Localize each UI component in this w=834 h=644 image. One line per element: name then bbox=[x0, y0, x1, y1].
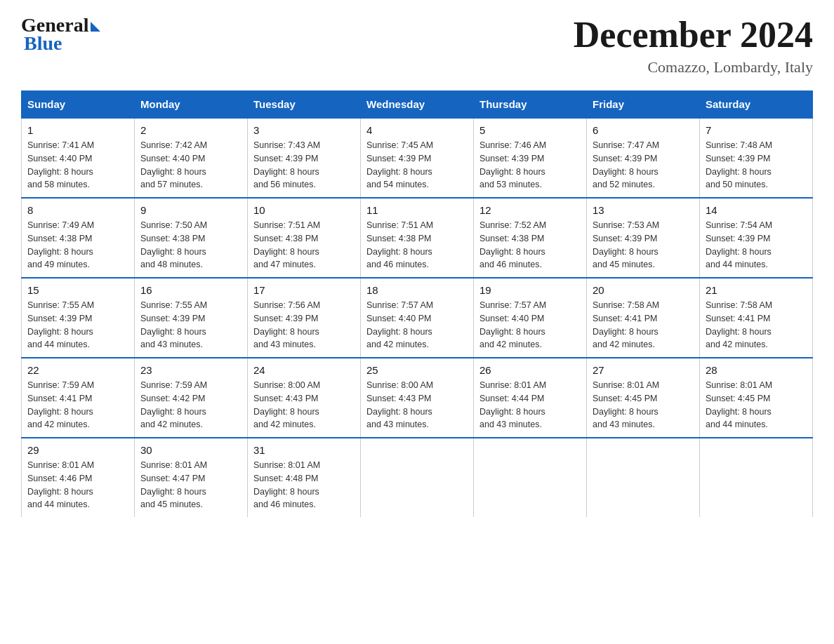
day-number: 20 bbox=[593, 284, 694, 296]
day-number: 10 bbox=[253, 204, 355, 216]
calendar-cell: 24 Sunrise: 8:00 AMSunset: 4:43 PMDaylig… bbox=[248, 358, 361, 438]
month-title: December 2024 bbox=[574, 14, 813, 55]
day-number: 4 bbox=[366, 124, 468, 136]
calendar-header-wednesday: Wednesday bbox=[361, 91, 474, 119]
day-info: Sunrise: 7:53 AMSunset: 4:39 PMDaylight:… bbox=[593, 219, 694, 271]
calendar-cell: 1 Sunrise: 7:41 AMSunset: 4:40 PMDayligh… bbox=[22, 118, 135, 198]
day-number: 27 bbox=[593, 364, 694, 376]
day-info: Sunrise: 8:00 AMSunset: 4:43 PMDaylight:… bbox=[253, 379, 355, 431]
day-number: 12 bbox=[479, 204, 581, 216]
day-number: 28 bbox=[706, 364, 807, 376]
day-number: 14 bbox=[706, 204, 807, 216]
day-info: Sunrise: 7:41 AMSunset: 4:40 PMDaylight:… bbox=[27, 139, 128, 192]
day-info: Sunrise: 7:48 AMSunset: 4:39 PMDaylight:… bbox=[706, 139, 807, 192]
day-info: Sunrise: 7:50 AMSunset: 4:38 PMDaylight:… bbox=[140, 219, 241, 271]
calendar-header-saturday: Saturday bbox=[700, 91, 813, 119]
day-info: Sunrise: 8:01 AMSunset: 4:48 PMDaylight:… bbox=[253, 459, 355, 511]
day-info: Sunrise: 7:49 AMSunset: 4:38 PMDaylight:… bbox=[27, 219, 128, 271]
calendar-header-sunday: Sunday bbox=[22, 91, 135, 119]
day-number: 6 bbox=[593, 124, 694, 136]
calendar-cell bbox=[587, 438, 700, 517]
day-number: 8 bbox=[27, 204, 128, 216]
day-number: 13 bbox=[593, 204, 694, 216]
calendar-header-monday: Monday bbox=[135, 91, 248, 119]
calendar-header-row: SundayMondayTuesdayWednesdayThursdayFrid… bbox=[22, 91, 813, 119]
day-number: 22 bbox=[27, 364, 128, 376]
day-number: 26 bbox=[479, 364, 581, 376]
calendar-cell: 3 Sunrise: 7:43 AMSunset: 4:39 PMDayligh… bbox=[248, 118, 361, 198]
day-info: Sunrise: 7:51 AMSunset: 4:38 PMDaylight:… bbox=[366, 219, 468, 271]
calendar-cell: 7 Sunrise: 7:48 AMSunset: 4:39 PMDayligh… bbox=[700, 118, 813, 198]
day-number: 25 bbox=[366, 364, 468, 376]
day-info: Sunrise: 7:59 AMSunset: 4:42 PMDaylight:… bbox=[140, 379, 241, 431]
day-number: 1 bbox=[27, 124, 128, 136]
day-number: 16 bbox=[140, 284, 241, 296]
day-info: Sunrise: 8:01 AMSunset: 4:45 PMDaylight:… bbox=[706, 379, 807, 431]
day-info: Sunrise: 7:47 AMSunset: 4:39 PMDaylight:… bbox=[593, 139, 694, 192]
calendar-cell: 12 Sunrise: 7:52 AMSunset: 4:38 PMDaylig… bbox=[474, 198, 587, 278]
calendar-cell: 21 Sunrise: 7:58 AMSunset: 4:41 PMDaylig… bbox=[700, 278, 813, 358]
calendar-cell: 17 Sunrise: 7:56 AMSunset: 4:39 PMDaylig… bbox=[248, 278, 361, 358]
day-info: Sunrise: 8:01 AMSunset: 4:46 PMDaylight:… bbox=[27, 459, 128, 511]
calendar-cell: 31 Sunrise: 8:01 AMSunset: 4:48 PMDaylig… bbox=[248, 438, 361, 517]
calendar-week-row-3: 15 Sunrise: 7:55 AMSunset: 4:39 PMDaylig… bbox=[22, 278, 813, 358]
title-block: December 2024 Comazzo, Lombardy, Italy bbox=[574, 14, 813, 76]
day-info: Sunrise: 7:45 AMSunset: 4:39 PMDaylight:… bbox=[366, 139, 468, 192]
day-number: 5 bbox=[479, 124, 581, 136]
calendar-header-thursday: Thursday bbox=[474, 91, 587, 119]
calendar-week-row-1: 1 Sunrise: 7:41 AMSunset: 4:40 PMDayligh… bbox=[22, 118, 813, 198]
calendar-table: SundayMondayTuesdayWednesdayThursdayFrid… bbox=[21, 90, 813, 517]
calendar-cell bbox=[361, 438, 474, 517]
calendar-cell: 15 Sunrise: 7:55 AMSunset: 4:39 PMDaylig… bbox=[22, 278, 135, 358]
day-info: Sunrise: 8:01 AMSunset: 4:44 PMDaylight:… bbox=[479, 379, 581, 431]
logo-triangle-icon bbox=[91, 22, 100, 32]
day-number: 18 bbox=[366, 284, 468, 296]
day-number: 11 bbox=[366, 204, 468, 216]
day-info: Sunrise: 7:57 AMSunset: 4:40 PMDaylight:… bbox=[366, 299, 468, 351]
day-info: Sunrise: 7:51 AMSunset: 4:38 PMDaylight:… bbox=[253, 219, 355, 271]
calendar-cell: 11 Sunrise: 7:51 AMSunset: 4:38 PMDaylig… bbox=[361, 198, 474, 278]
day-info: Sunrise: 7:55 AMSunset: 4:39 PMDaylight:… bbox=[140, 299, 241, 351]
day-number: 17 bbox=[253, 284, 355, 296]
day-number: 24 bbox=[253, 364, 355, 376]
calendar-header-friday: Friday bbox=[587, 91, 700, 119]
day-info: Sunrise: 7:42 AMSunset: 4:40 PMDaylight:… bbox=[140, 139, 241, 192]
calendar-cell: 2 Sunrise: 7:42 AMSunset: 4:40 PMDayligh… bbox=[135, 118, 248, 198]
calendar-cell: 10 Sunrise: 7:51 AMSunset: 4:38 PMDaylig… bbox=[248, 198, 361, 278]
calendar-cell: 25 Sunrise: 8:00 AMSunset: 4:43 PMDaylig… bbox=[361, 358, 474, 438]
calendar-cell: 27 Sunrise: 8:01 AMSunset: 4:45 PMDaylig… bbox=[587, 358, 700, 438]
day-number: 9 bbox=[140, 204, 241, 216]
calendar-cell: 20 Sunrise: 7:58 AMSunset: 4:41 PMDaylig… bbox=[587, 278, 700, 358]
day-number: 19 bbox=[479, 284, 581, 296]
day-info: Sunrise: 7:57 AMSunset: 4:40 PMDaylight:… bbox=[479, 299, 581, 351]
page-header: General Blue December 2024 Comazzo, Lomb… bbox=[21, 14, 813, 76]
day-info: Sunrise: 7:56 AMSunset: 4:39 PMDaylight:… bbox=[253, 299, 355, 351]
calendar-cell: 8 Sunrise: 7:49 AMSunset: 4:38 PMDayligh… bbox=[22, 198, 135, 278]
calendar-week-row-5: 29 Sunrise: 8:01 AMSunset: 4:46 PMDaylig… bbox=[22, 438, 813, 517]
day-number: 15 bbox=[27, 284, 128, 296]
calendar-cell: 30 Sunrise: 8:01 AMSunset: 4:47 PMDaylig… bbox=[135, 438, 248, 517]
day-info: Sunrise: 7:58 AMSunset: 4:41 PMDaylight:… bbox=[706, 299, 807, 351]
day-number: 7 bbox=[706, 124, 807, 136]
logo-blue-text: Blue bbox=[21, 32, 62, 55]
day-info: Sunrise: 7:54 AMSunset: 4:39 PMDaylight:… bbox=[706, 219, 807, 271]
day-info: Sunrise: 7:59 AMSunset: 4:41 PMDaylight:… bbox=[27, 379, 128, 431]
day-number: 30 bbox=[140, 444, 241, 456]
calendar-cell: 18 Sunrise: 7:57 AMSunset: 4:40 PMDaylig… bbox=[361, 278, 474, 358]
location-subtitle: Comazzo, Lombardy, Italy bbox=[574, 58, 813, 76]
calendar-week-row-4: 22 Sunrise: 7:59 AMSunset: 4:41 PMDaylig… bbox=[22, 358, 813, 438]
calendar-cell: 16 Sunrise: 7:55 AMSunset: 4:39 PMDaylig… bbox=[135, 278, 248, 358]
day-info: Sunrise: 8:00 AMSunset: 4:43 PMDaylight:… bbox=[366, 379, 468, 431]
calendar-cell bbox=[474, 438, 587, 517]
calendar-cell: 23 Sunrise: 7:59 AMSunset: 4:42 PMDaylig… bbox=[135, 358, 248, 438]
day-number: 31 bbox=[253, 444, 355, 456]
calendar-cell: 29 Sunrise: 8:01 AMSunset: 4:46 PMDaylig… bbox=[22, 438, 135, 517]
day-info: Sunrise: 8:01 AMSunset: 4:47 PMDaylight:… bbox=[140, 459, 241, 511]
day-number: 23 bbox=[140, 364, 241, 376]
calendar-cell: 22 Sunrise: 7:59 AMSunset: 4:41 PMDaylig… bbox=[22, 358, 135, 438]
day-number: 21 bbox=[706, 284, 807, 296]
calendar-cell bbox=[700, 438, 813, 517]
day-info: Sunrise: 7:52 AMSunset: 4:38 PMDaylight:… bbox=[479, 219, 581, 271]
calendar-cell: 19 Sunrise: 7:57 AMSunset: 4:40 PMDaylig… bbox=[474, 278, 587, 358]
calendar-cell: 28 Sunrise: 8:01 AMSunset: 4:45 PMDaylig… bbox=[700, 358, 813, 438]
